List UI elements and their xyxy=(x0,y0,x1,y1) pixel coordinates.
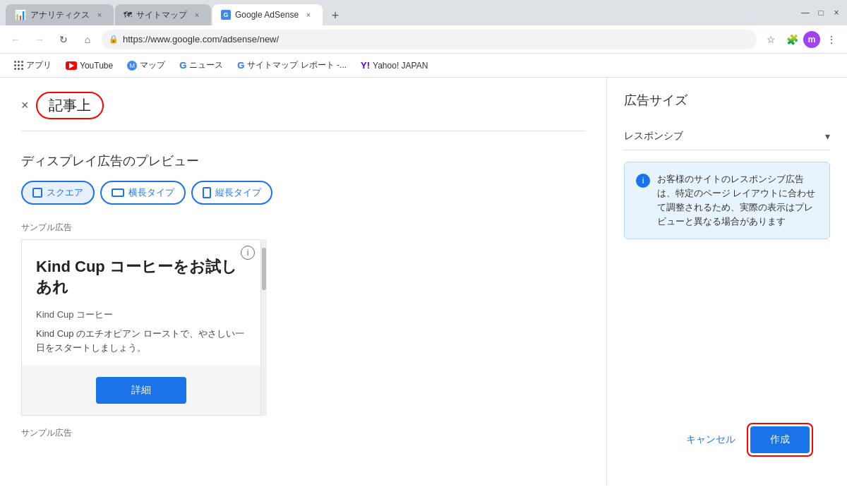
responsive-info-box: i お客様のサイトのレスポンシブ広告は、特定のページ レイアウトに合わせて調整さ… xyxy=(624,162,830,239)
page-label: 記事上 xyxy=(36,92,104,119)
page-content: × 記事上 ディスプレイ広告のプレビュー スクエア 横長タイプ xyxy=(0,78,847,485)
address-bar-text: https://www.google.com/adsense/new/ xyxy=(123,34,750,44)
nav-right-icons: ☆ 🧩 m ⋮ xyxy=(761,30,841,49)
yahoo-icon: Y! xyxy=(361,60,370,71)
bookmark-yahoo-label: Yahoo! JAPAN xyxy=(373,61,428,71)
ad-brand: Kind Cup コーヒー xyxy=(36,308,246,321)
bookmark-apps[interactable]: アプリ xyxy=(8,56,57,74)
top-bar: × 記事上 xyxy=(21,92,585,131)
right-panel-title: 広告サイズ xyxy=(624,92,830,109)
ad-content: Kind Cup コーヒーをお試しあれ Kind Cup コーヒー Kind C… xyxy=(22,240,260,366)
format-square-button[interactable]: スクエア xyxy=(21,181,95,205)
bookmark-star-icon[interactable]: ☆ xyxy=(761,30,781,49)
format-wide-button[interactable]: 横長タイプ xyxy=(100,181,186,205)
extensions-icon[interactable]: 🧩 xyxy=(782,30,802,49)
bookmark-yahoo[interactable]: Y! Yahoo! JAPAN xyxy=(355,57,433,73)
format-square-label: スクエア xyxy=(47,186,83,199)
bookmark-apps-label: アプリ xyxy=(26,59,52,71)
right-panel: 広告サイズ レスポンシブ ▾ i お客様のサイトのレスポンシブ広告は、特定のペー… xyxy=(607,78,847,485)
forward-button[interactable]: → xyxy=(30,30,49,49)
nav-bar: ← → ↻ ⌂ 🔒 https://www.google.com/adsense… xyxy=(0,25,847,54)
adsense-favicon-icon: G xyxy=(221,10,231,20)
maps-icon: M xyxy=(127,61,137,71)
ad-info-icon[interactable]: i xyxy=(241,246,255,260)
home-button[interactable]: ⌂ xyxy=(78,30,97,49)
back-button[interactable]: ← xyxy=(6,30,25,49)
scroll-thumb[interactable] xyxy=(262,248,266,290)
bookmark-maps-label: マップ xyxy=(140,59,165,71)
create-button-wrapper: 作成 xyxy=(747,423,813,457)
bookmark-sitemap-label: サイトマップ レポート -... xyxy=(247,59,347,71)
panel-close-button[interactable]: × xyxy=(21,98,29,113)
tab-adsense-title: Google AdSense xyxy=(235,10,299,20)
tall-icon xyxy=(203,187,211,198)
info-box-text: お客様のサイトのレスポンシブ広告は、特定のページ レイアウトに合わせて調整される… xyxy=(657,172,818,229)
wide-icon xyxy=(112,188,124,197)
google-news-icon: G xyxy=(179,60,186,71)
tab-strip: 📊 アナリティクス × 🗺 サイトマップ × G Google AdSense … xyxy=(6,0,800,25)
bookmark-news[interactable]: G ニュース xyxy=(174,56,229,74)
ad-card: i Kind Cup コーヒーをお試しあれ Kind Cup コーヒー Kind… xyxy=(21,239,261,416)
youtube-icon xyxy=(66,61,77,70)
minimize-button[interactable]: — xyxy=(800,8,810,18)
bookmarks-bar: アプリ YouTube M マップ G ニュース G サイトマップ レポート -… xyxy=(0,54,847,78)
format-buttons: スクエア 横長タイプ 縦長タイプ xyxy=(21,181,585,205)
dropdown-arrow-icon: ▾ xyxy=(825,131,830,142)
address-bar[interactable]: 🔒 https://www.google.com/adsense/new/ xyxy=(102,30,757,49)
new-tab-button[interactable]: + xyxy=(325,6,345,25)
create-button[interactable]: 作成 xyxy=(750,426,810,453)
left-panel: × 記事上 ディスプレイ広告のプレビュー スクエア 横長タイプ xyxy=(0,78,607,485)
format-tall-label: 縦長タイプ xyxy=(215,186,261,199)
sample-ad-label: サンプル広告 xyxy=(21,222,585,234)
bookmark-youtube[interactable]: YouTube xyxy=(60,58,119,73)
menu-icon[interactable]: ⋮ xyxy=(822,30,841,49)
tab-analytics-close[interactable]: × xyxy=(94,9,105,20)
reload-button[interactable]: ↻ xyxy=(54,30,73,49)
tab-analytics[interactable]: 📊 アナリティクス × xyxy=(6,4,114,25)
format-tall-button[interactable]: 縦長タイプ xyxy=(191,181,272,205)
window-close-button[interactable]: × xyxy=(831,8,841,18)
tab-sitemap[interactable]: 🗺 サイトマップ × xyxy=(115,4,211,25)
info-circle-icon: i xyxy=(636,174,650,188)
lock-icon: 🔒 xyxy=(109,35,119,44)
format-wide-label: 横長タイプ xyxy=(128,186,174,199)
ad-size-dropdown[interactable]: レスポンシブ ▾ xyxy=(624,123,830,150)
tab-sitemap-close[interactable]: × xyxy=(191,9,203,20)
tab-analytics-title: アナリティクス xyxy=(30,9,90,21)
ad-cta-button[interactable]: 詳細 xyxy=(96,377,186,404)
section-title: ディスプレイ広告のプレビュー xyxy=(21,152,585,169)
square-icon xyxy=(32,188,42,198)
apps-grid-icon xyxy=(14,61,23,70)
bookmark-youtube-label: YouTube xyxy=(80,61,113,71)
google-sitemap-icon: G xyxy=(237,60,244,71)
analytics-favicon-icon: 📊 xyxy=(14,9,26,20)
tab-sitemap-title: サイトマップ xyxy=(136,9,187,21)
second-sample-label: サンプル広告 xyxy=(21,427,585,439)
ad-preview-container: i Kind Cup コーヒーをお試しあれ Kind Cup コーヒー Kind… xyxy=(21,239,585,416)
bottom-actions: キャンセル 作成 xyxy=(624,409,830,471)
ad-size-value: レスポンシブ xyxy=(624,130,683,143)
bookmark-maps[interactable]: M マップ xyxy=(121,56,171,74)
cancel-button[interactable]: キャンセル xyxy=(686,433,735,446)
sitemap-favicon-icon: 🗺 xyxy=(124,10,132,20)
scroll-indicator xyxy=(261,239,267,416)
maximize-button[interactable]: □ xyxy=(816,8,826,18)
title-bar: 📊 アナリティクス × 🗺 サイトマップ × G Google AdSense … xyxy=(0,0,847,25)
ad-headline: Kind Cup コーヒーをお試しあれ xyxy=(36,257,246,297)
ad-footer: 詳細 xyxy=(22,366,260,415)
window-controls: — □ × xyxy=(800,8,841,18)
ad-description: Kind Cup のエチオピアン ローストで、やさしい一日をスタートしましょう。 xyxy=(36,327,246,354)
bookmark-sitemap[interactable]: G サイトマップ レポート -... xyxy=(232,56,352,74)
bookmark-news-label: ニュース xyxy=(189,59,223,71)
tab-adsense-close[interactable]: × xyxy=(303,9,314,20)
profile-avatar[interactable]: m xyxy=(803,31,820,48)
browser-chrome: 📊 アナリティクス × 🗺 サイトマップ × G Google AdSense … xyxy=(0,0,847,485)
tab-adsense[interactable]: G Google AdSense × xyxy=(212,4,323,25)
